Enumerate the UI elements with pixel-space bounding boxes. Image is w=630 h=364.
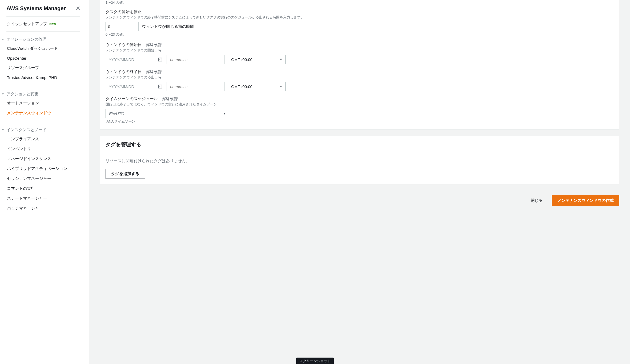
stop-tasks-after: ウィンドウが閉じる前の時間: [142, 24, 194, 29]
end-date-input[interactable]: YYYY/MM/DD: [106, 84, 163, 89]
sidebar-item-state-manager[interactable]: ステートマネージャー: [6, 194, 80, 203]
section-header-actions[interactable]: ▼ アクションと変更: [2, 90, 80, 98]
create-button[interactable]: メンテナンスウィンドウの作成: [552, 195, 619, 206]
screenshot-tooltip: スクリーンショット: [296, 358, 334, 364]
chevron-down-icon: ▼: [2, 93, 4, 96]
field-start-date: ウィンドウの開始日 - 省略可能 メンテナンスウィンドウの開始日時 YYYY/M…: [106, 42, 614, 64]
footer-actions: 閉じる メンテナンスウィンドウの作成: [100, 191, 619, 217]
tz-schedule-hint: IANA タイムゾーン: [106, 119, 614, 124]
sidebar-title: AWS Systems Manager: [6, 5, 66, 12]
sidebar: AWS Systems Manager ✕ クイックセットアップ New ▼ オ…: [0, 0, 89, 364]
start-tz-select[interactable]: GMT+00:00 ▼: [228, 55, 286, 64]
sidebar-item-quick-setup[interactable]: クイックセットアップ New: [6, 17, 80, 32]
end-time-input[interactable]: [167, 82, 224, 91]
tz-schedule-desc: 開始日と終了日ではなく、ウィンドウの実行に適用されたタイムゾーン: [106, 102, 614, 107]
cancel-button[interactable]: 閉じる: [526, 195, 548, 206]
section-label: オペレーションの管理: [6, 37, 47, 42]
nav-section-instances: ▼ インスタンスとノード コンプライアンス インベントリ マネージドインスタンス…: [6, 122, 80, 217]
nav-section-operations: ▼ オペレーションの管理 CloudWatch ダッシュボード OpsCente…: [6, 32, 80, 86]
field-stop-tasks: タスクの開始を停止 メンテナンスウィンドウの終了時間前にシステムによって新しいタ…: [106, 9, 614, 37]
tags-empty-text: リソースに関連付けられたタグはありません。: [106, 158, 614, 164]
nav-section-actions: ▼ アクションと変更 オートメーション メンテナンスウィンドウ: [6, 86, 80, 122]
calendar-icon: [158, 57, 163, 62]
sidebar-item-compliance[interactable]: コンプライアンス: [6, 134, 80, 144]
schedule-panel: 1〜24 の値。 タスクの開始を停止 メンテナンスウィンドウの終了時間前にシステ…: [100, 0, 619, 130]
sidebar-item-cloudwatch[interactable]: CloudWatch ダッシュボード: [6, 44, 80, 54]
end-tz-value: GMT+00:00: [231, 84, 253, 89]
start-tz-value: GMT+00:00: [231, 57, 253, 62]
chevron-down-icon: ▼: [2, 128, 4, 131]
add-tag-button[interactable]: タグを追加する: [106, 169, 145, 179]
sidebar-item-inventory[interactable]: インベントリ: [6, 144, 80, 154]
end-date-placeholder: YYYY/MM/DD: [106, 84, 158, 89]
stop-tasks-label: タスクの開始を停止: [106, 9, 614, 14]
main-content: 1〜24 の値。 タスクの開始を停止 メンテナンスウィンドウの終了時間前にシステ…: [89, 0, 630, 364]
field-tz-schedule: タイムゾーンのスケジュール - 省略可能 開始日と終了日ではなく、ウィンドウの実…: [106, 96, 614, 124]
start-date-desc: メンテナンスウィンドウの開始日時: [106, 48, 614, 53]
quick-setup-label: クイックセットアップ: [7, 21, 47, 26]
end-tz-select[interactable]: GMT+00:00 ▼: [228, 82, 286, 91]
sidebar-item-automation[interactable]: オートメーション: [6, 98, 80, 108]
sidebar-item-trusted-advisor[interactable]: Trusted Advisor &amp; PHD: [6, 73, 80, 82]
section-header-instances[interactable]: ▼ インスタンスとノード: [2, 126, 80, 134]
sidebar-item-maintenance-window[interactable]: メンテナンスウィンドウ: [6, 108, 80, 118]
sidebar-header: AWS Systems Manager ✕: [6, 5, 80, 17]
end-date-label: ウィンドウの終了日 - 省略可能: [106, 69, 614, 74]
tags-title: タグを管理する: [100, 136, 619, 153]
start-time-input[interactable]: [167, 55, 224, 64]
tz-schedule-value: Etc/UTC: [109, 111, 124, 116]
start-date-input[interactable]: YYYY/MM/DD: [106, 57, 163, 62]
sidebar-item-resource-groups[interactable]: リソースグループ: [6, 63, 80, 73]
sidebar-item-session-manager[interactable]: セッションマネージャー: [6, 174, 80, 184]
svg-rect-0: [159, 58, 162, 61]
sidebar-item-run-command[interactable]: コマンドの実行: [6, 184, 80, 194]
section-header-operations[interactable]: ▼ オペレーションの管理: [2, 35, 80, 44]
start-date-placeholder: YYYY/MM/DD: [106, 57, 158, 62]
end-date-desc: メンテナンスウィンドウの停止日時: [106, 75, 614, 80]
sidebar-item-opscenter[interactable]: OpsCenter: [6, 54, 80, 63]
chevron-down-icon: ▼: [223, 112, 226, 115]
stop-tasks-hint: 0〜23 の値。: [106, 32, 614, 37]
svg-rect-5: [159, 86, 160, 87]
start-date-label: ウィンドウの開始日 - 省略可能: [106, 42, 614, 47]
sidebar-item-managed-instances[interactable]: マネージドインスタンス: [6, 154, 80, 164]
chevron-down-icon: ▼: [279, 85, 283, 88]
tz-schedule-select[interactable]: Etc/UTC ▼: [106, 109, 229, 118]
duration-hint: 1〜24 の値。: [106, 0, 614, 5]
close-icon[interactable]: ✕: [76, 6, 80, 12]
new-badge: New: [49, 22, 56, 26]
stop-tasks-desc: メンテナンスウィンドウの終了時間前にシステムによって新しいタスクの実行のスケジュ…: [106, 15, 614, 20]
field-end-date: ウィンドウの終了日 - 省略可能 メンテナンスウィンドウの停止日時 YYYY/M…: [106, 69, 614, 91]
tz-schedule-label: タイムゾーンのスケジュール - 省略可能: [106, 96, 614, 101]
svg-rect-2: [159, 59, 160, 60]
calendar-icon: [158, 84, 163, 89]
section-label: アクションと変更: [6, 92, 39, 97]
stop-tasks-input[interactable]: [106, 22, 139, 31]
svg-rect-3: [159, 85, 162, 88]
section-label: インスタンスとノード: [6, 127, 47, 132]
chevron-down-icon: ▼: [2, 38, 4, 41]
chevron-down-icon: ▼: [279, 58, 283, 61]
tags-panel: タグを管理する リソースに関連付けられたタグはありません。 タグを追加する: [100, 136, 619, 184]
sidebar-item-patch-manager[interactable]: パッチマネージャー: [6, 203, 80, 213]
sidebar-item-hybrid-activation[interactable]: ハイブリッドアクティベーション: [6, 164, 80, 174]
